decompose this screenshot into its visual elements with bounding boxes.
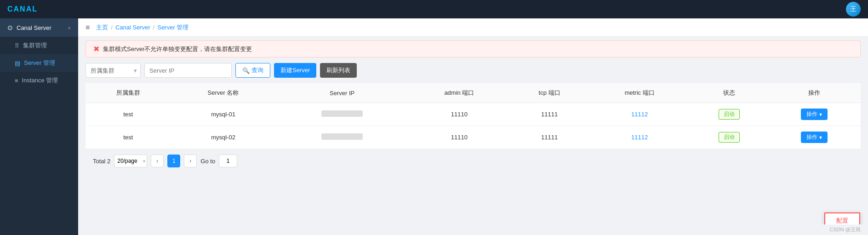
cluster-select[interactable]: 所属集群	[86, 63, 141, 78]
search-icon: 🔍	[242, 67, 250, 74]
cell-tcp-port-0: 11111	[510, 103, 589, 126]
table-row: test mysql-02 11110 11111 11112 启动 操作 ▾	[86, 126, 861, 149]
alert-message: 集群模式Server不允许单独变更配置，请在集群配置变更	[103, 45, 252, 53]
page-size-select-wrapper: 20/page 50/page	[114, 155, 147, 167]
cell-admin-port-1: 11110	[409, 126, 510, 149]
breadcrumb-current: Server 管理	[157, 23, 188, 32]
cell-cluster-0: test	[86, 103, 171, 126]
page-size-select[interactable]: 20/page 50/page	[114, 155, 147, 167]
avatar[interactable]: 王	[846, 2, 861, 17]
total-label: Total 2	[93, 158, 110, 165]
col-status: 状态	[690, 83, 768, 103]
col-cluster: 所属集群	[86, 83, 171, 103]
action-button-1[interactable]: 操作 ▾	[801, 132, 828, 143]
action-button-0[interactable]: 操作 ▾	[801, 109, 828, 120]
cell-metric-port-1: 11112	[589, 126, 691, 149]
sidebar-canal-server-label: Canal Server	[17, 24, 64, 31]
page-1-button[interactable]: 1	[167, 155, 180, 167]
chevron-up-icon: ∧	[68, 25, 71, 30]
col-metric-port: metric 端口	[589, 83, 691, 103]
breadcrumb-home[interactable]: 主页	[96, 23, 108, 32]
server-ip-input[interactable]	[144, 63, 232, 78]
col-ip: Server IP	[276, 83, 409, 103]
col-name: Server 名称	[171, 83, 276, 103]
col-tcp-port: tcp 端口	[510, 83, 589, 103]
sidebar-canal-server[interactable]: ⊙ Canal Server ∧	[0, 18, 78, 37]
breadcrumb-canal-server[interactable]: Canal Server	[115, 24, 150, 31]
logo: CANAL	[7, 5, 38, 13]
sidebar-cluster-label: 集群管理	[23, 41, 47, 50]
cell-action-1: 操作 ▾	[768, 126, 861, 149]
next-page-button[interactable]: ›	[184, 155, 197, 167]
cell-metric-port-0: 11112	[589, 103, 691, 126]
sidebar-item-instance[interactable]: ≡ Instance 管理	[0, 72, 78, 89]
goto-input[interactable]	[219, 155, 237, 167]
breadcrumb-sep-1: /	[111, 24, 113, 31]
breadcrumb-bar: ≡ 主页 / Canal Server / Server 管理	[78, 18, 868, 37]
cell-name-0: mysql-01	[171, 103, 276, 126]
table-header-row: 所属集群 Server 名称 Server IP admin 端口 tcp 端口…	[86, 83, 861, 103]
alert-banner: ✖ 集群模式Server不允许单独变更配置，请在集群配置变更	[86, 40, 861, 57]
refresh-button[interactable]: 刷新列表	[320, 63, 357, 78]
cell-ip-1	[276, 126, 409, 149]
pagination: Total 2 20/page 50/page ‹ 1 › Go to	[86, 149, 861, 173]
alert-icon: ✖	[93, 45, 99, 53]
sidebar-item-server[interactable]: ▤ Server 管理	[0, 54, 78, 72]
top-header: CANAL 王	[0, 0, 868, 18]
server-table: 所属集群 Server 名称 Server IP admin 端口 tcp 端口…	[86, 83, 861, 149]
breadcrumb-sep-2: /	[153, 24, 155, 31]
sidebar-item-cluster[interactable]: ⠿ 集群管理	[0, 37, 78, 54]
search-button[interactable]: 🔍 查询	[235, 63, 270, 78]
sidebar-instance-label: Instance 管理	[22, 76, 58, 85]
cell-status-0: 启动	[690, 103, 768, 126]
sidebar-server-label: Server 管理	[24, 59, 55, 67]
cell-action-0: 操作 ▾	[768, 103, 861, 126]
cell-status-1: 启动	[690, 126, 768, 149]
dropdown-item-0[interactable]: 配置	[824, 212, 860, 224]
cell-cluster-1: test	[86, 126, 171, 149]
toolbar: 所属集群 🔍 查询 新建Server 刷新列表	[78, 57, 868, 83]
col-action: 操作	[768, 83, 861, 103]
cell-name-1: mysql-02	[171, 126, 276, 149]
table-row: test mysql-01 11110 11111 11112 启动 操作 ▾	[86, 103, 861, 126]
sidebar: ⊙ Canal Server ∧ ⠿ 集群管理 ▤ Server 管理 ≡ In…	[0, 18, 78, 235]
main-content: ≡ 主页 / Canal Server / Server 管理 ✖ 集群模式Se…	[78, 18, 868, 235]
goto-label: Go to	[200, 158, 215, 165]
layout: ⊙ Canal Server ∧ ⠿ 集群管理 ▤ Server 管理 ≡ In…	[0, 18, 868, 235]
prev-page-button[interactable]: ‹	[151, 155, 164, 167]
menu-toggle-icon[interactable]: ≡	[86, 23, 90, 32]
cluster-icon: ⠿	[15, 42, 19, 49]
server-manage-icon: ▤	[15, 60, 20, 67]
cell-tcp-port-1: 11111	[510, 126, 589, 149]
cell-admin-port-0: 11110	[409, 103, 510, 126]
dropdown-menu: 配置修改删除启动停止详情日志	[824, 212, 861, 224]
cell-ip-0	[276, 103, 409, 126]
server-icon: ⊙	[7, 24, 13, 31]
cluster-select-wrapper: 所属集群	[86, 63, 141, 78]
col-admin-port: admin 端口	[409, 83, 510, 103]
footer-note: CSDN @王琪	[78, 224, 868, 235]
instance-icon: ≡	[15, 77, 18, 84]
table-container: 所属集群 Server 名称 Server IP admin 端口 tcp 端口…	[78, 83, 868, 224]
new-server-button[interactable]: 新建Server	[274, 63, 316, 78]
